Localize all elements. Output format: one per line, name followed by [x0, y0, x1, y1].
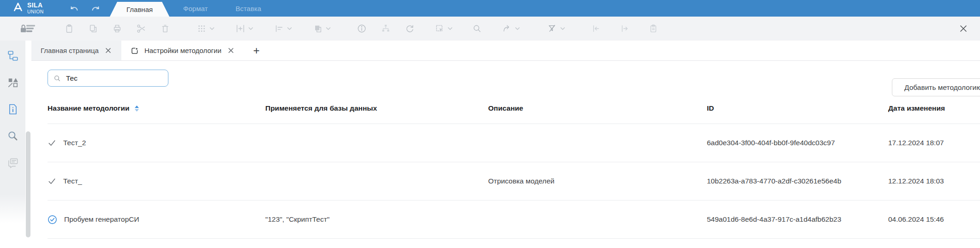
methodology-name: Пробуем генераторСИ [64, 215, 139, 224]
refresh-icon [405, 24, 415, 34]
ribbon-tab-format[interactable]: Формат [169, 0, 221, 17]
close-tab-icon[interactable] [227, 47, 235, 54]
logo-mark-icon [12, 2, 24, 14]
ribbon-tab-insert[interactable]: Вставка [221, 0, 275, 17]
sidebar-item-document[interactable] [5, 101, 21, 117]
comments-icon [7, 157, 19, 169]
paste-icon [64, 24, 74, 34]
chevron-down-icon[interactable] [209, 27, 215, 30]
table-row[interactable]: Тест_ Отрисовка моделей 10b2263a-a783-47… [48, 162, 980, 201]
chevron-down-icon[interactable] [448, 27, 453, 30]
toolbar-collapse-left-button[interactable] [584, 17, 608, 41]
align-left-icon [274, 24, 284, 34]
tab-label: Главная страница [41, 47, 99, 54]
id-cell: 6ad0e304-3f00-404f-bb0f-9fe40dc03c97 [707, 139, 888, 147]
insert-frame-icon [235, 24, 245, 34]
toolbar-delete-button[interactable] [153, 17, 177, 41]
hierarchy-icon [381, 24, 391, 34]
forward-arrow-icon [502, 24, 512, 34]
search-icon [7, 130, 19, 142]
document-info-icon [7, 103, 19, 115]
layers-icon [313, 24, 323, 34]
redo-icon [90, 5, 101, 12]
methodology-name-cell: Тест_ [48, 177, 265, 186]
brand-line2: UNION [27, 9, 44, 14]
toolbar-align-button[interactable] [266, 17, 300, 41]
ribbon-tab-label: Формат [183, 5, 208, 12]
chevron-down-icon[interactable] [560, 27, 565, 30]
check-icon [48, 139, 56, 148]
bar-arrow-left-icon [591, 24, 601, 34]
toolbar-search-button[interactable] [465, 17, 489, 41]
vertical-scrollbar-thumb[interactable] [26, 131, 30, 237]
column-header-name[interactable]: Название методологии [48, 104, 265, 112]
undo-button[interactable] [68, 3, 80, 13]
close-tab-icon[interactable] [104, 47, 112, 54]
chevron-down-icon[interactable] [326, 27, 331, 30]
ribbon-tab-home[interactable]: Главная [110, 2, 169, 17]
toolbar-insert-frame-button[interactable] [227, 17, 261, 41]
toolbar-collapse-right-button[interactable] [613, 17, 637, 41]
scissors-icon [136, 24, 146, 34]
column-header-label: ID [707, 104, 714, 112]
table-row[interactable]: Пробуем генераторСИ "123", "СкриптТест" … [48, 201, 980, 239]
toolbar-hierarchy-button[interactable] [374, 17, 398, 41]
ribbon-tab-bar: Главная Формат Вставка [110, 0, 275, 17]
modified-cell: 12.12.2024 18:03 [888, 177, 980, 185]
modified-cell: 04.06.2024 15:46 [888, 215, 980, 224]
applies-to-cell: "123", "СкриптТест" [265, 215, 488, 224]
sort-icon[interactable] [134, 105, 139, 112]
toolbar-grid-menu-button[interactable] [188, 17, 222, 41]
check-circle-icon [48, 215, 57, 224]
column-header-label: Применяется для базы данных [265, 104, 377, 112]
tab-methodology-settings[interactable]: Настройки методологии [121, 41, 244, 60]
search-icon [54, 75, 61, 82]
table-row[interactable]: Тест_2 6ad0e304-3f00-404f-bb0f-9fe40dc03… [48, 124, 980, 162]
methodology-name: Тест_ [63, 177, 82, 185]
toolbar-selection-button[interactable] [426, 17, 460, 41]
add-methodology-button[interactable]: Добавить методологию [892, 78, 980, 96]
column-header-modified: Дата изменения [888, 104, 980, 112]
toolbar-print-button[interactable] [105, 17, 129, 41]
search-icon [472, 24, 482, 34]
toolbar-cut-button[interactable] [129, 17, 153, 41]
check-icon [48, 177, 56, 186]
toolbar-filter-clear-button[interactable] [539, 17, 573, 41]
description-cell: Отрисовка моделей [488, 177, 707, 185]
toolbar-copy-button[interactable] [81, 17, 105, 41]
column-header-label: Название методологии [48, 104, 130, 112]
chevron-down-icon[interactable] [515, 27, 520, 30]
chevron-down-icon[interactable] [248, 27, 253, 30]
methodology-name: Тест_2 [63, 139, 86, 147]
sidebar-item-comments[interactable] [5, 155, 21, 171]
toolbar-layers-button[interactable] [305, 17, 339, 41]
toolbar-refresh-button[interactable] [398, 17, 422, 41]
print-icon [112, 24, 122, 34]
new-tab-button[interactable]: + [244, 41, 269, 60]
search-input[interactable] [65, 74, 162, 83]
toolbar-forward-button[interactable] [494, 17, 528, 41]
column-header-label: Описание [488, 104, 523, 112]
toolbar-close-button[interactable] [954, 17, 973, 41]
tab-home-page[interactable]: Главная страница [31, 41, 121, 60]
sidebar-item-models[interactable] [5, 75, 21, 90]
trash-icon [160, 24, 170, 34]
structure-tree-icon [7, 50, 19, 62]
brand-name: SILA UNION [27, 2, 44, 14]
toolbar-paste-special-button[interactable] [641, 17, 665, 41]
column-header-label: Дата изменения [888, 104, 945, 112]
sidebar-item-structure[interactable] [5, 48, 21, 64]
lock-list-icon [20, 23, 36, 34]
chevron-down-icon[interactable] [287, 27, 292, 30]
toolbar-info-button[interactable] [350, 17, 374, 41]
search-box [48, 70, 168, 87]
sidebar-item-search[interactable] [5, 128, 21, 144]
modified-cell: 17.12.2024 18:07 [888, 139, 980, 147]
main-toolbar [0, 17, 980, 41]
redo-button[interactable] [90, 3, 102, 13]
toolbar-lock-list-button[interactable] [10, 17, 46, 41]
undo-icon [69, 5, 79, 12]
methodology-name-cell: Тест_2 [48, 139, 265, 148]
id-cell: 10b2263a-a783-4770-a2df-c30261e56e4b [707, 177, 888, 185]
toolbar-paste-button[interactable] [57, 17, 81, 41]
